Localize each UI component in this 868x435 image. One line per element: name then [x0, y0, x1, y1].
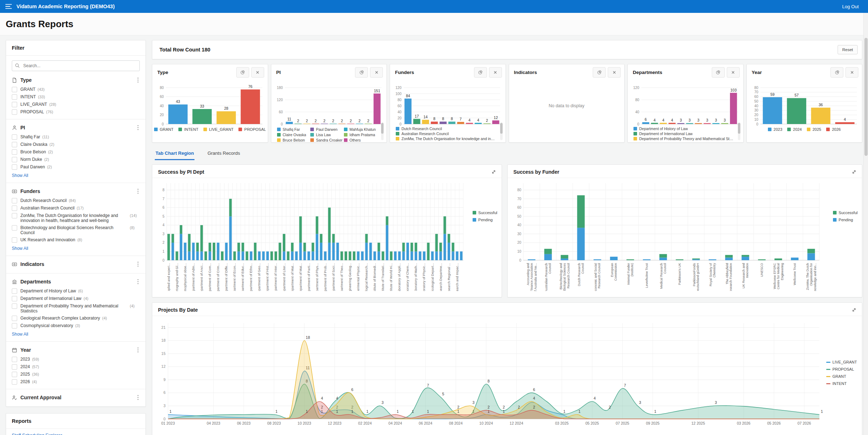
- checkbox[interactable]: [12, 296, 17, 301]
- pending-bar[interactable]: [452, 251, 454, 260]
- successful-bar[interactable]: [758, 259, 765, 260]
- bar[interactable]: [811, 108, 830, 124]
- checkbox[interactable]: [12, 94, 17, 100]
- close-button[interactable]: [608, 67, 621, 78]
- pending-bar[interactable]: [398, 251, 401, 260]
- pending-bar[interactable]: [316, 234, 318, 260]
- pending-bar[interactable]: [200, 251, 203, 260]
- bar[interactable]: [660, 123, 667, 124]
- successful-bar[interactable]: [365, 234, 368, 243]
- successful-bar[interactable]: [208, 243, 211, 252]
- pending-bar[interactable]: [242, 251, 244, 260]
- legend-item[interactable]: 2023: [768, 127, 782, 132]
- checkbox[interactable]: [12, 364, 17, 370]
- successful-bar[interactable]: [448, 234, 450, 243]
- facet-menu-icon[interactable]: [136, 279, 140, 285]
- bar[interactable]: [321, 124, 328, 124]
- bar[interactable]: [466, 123, 473, 124]
- pending-bar[interactable]: [692, 259, 700, 260]
- pending-bar[interactable]: [448, 243, 450, 260]
- successful-bar[interactable]: [221, 251, 223, 260]
- facet-option[interactable]: Cosmophysical observatory(3): [12, 323, 140, 328]
- pending-bar[interactable]: [237, 251, 240, 260]
- checkbox[interactable]: [12, 102, 17, 107]
- successful-bar[interactable]: [725, 255, 733, 257]
- pending-bar[interactable]: [283, 251, 285, 260]
- close-button[interactable]: [727, 67, 740, 78]
- pending-bar[interactable]: [225, 243, 228, 260]
- successful-bar[interactable]: [378, 243, 380, 252]
- legend-item[interactable]: 2024: [787, 127, 802, 132]
- checkbox[interactable]: [12, 198, 17, 203]
- bar[interactable]: [413, 119, 420, 124]
- successful-bar[interactable]: [349, 251, 351, 260]
- pending-bar[interactable]: [659, 258, 667, 260]
- checkbox[interactable]: [12, 372, 17, 377]
- legend-item[interactable]: PROPOSAL: [238, 127, 266, 132]
- facet-option[interactable]: Biotechnology and Biological Sciences Re…: [12, 225, 140, 235]
- facet-option[interactable]: 2026(4): [12, 379, 140, 385]
- bar[interactable]: [217, 111, 236, 124]
- show-all-link[interactable]: Show All: [12, 173, 28, 178]
- pending-bar[interactable]: [291, 251, 294, 260]
- bar[interactable]: [440, 122, 447, 124]
- successful-bar[interactable]: [390, 251, 393, 260]
- bar[interactable]: [193, 109, 212, 124]
- pending-bar[interactable]: [374, 251, 376, 260]
- bar[interactable]: [730, 93, 737, 124]
- pending-bar[interactable]: [188, 251, 191, 260]
- pending-bar[interactable]: [593, 259, 601, 260]
- successful-bar[interactable]: [577, 195, 585, 228]
- pending-bar[interactable]: [250, 251, 252, 260]
- facet-option[interactable]: ZonMw, The Dutch Organisation for knowle…: [12, 213, 140, 223]
- pending-bar[interactable]: [791, 258, 798, 260]
- pending-bar[interactable]: [172, 243, 174, 260]
- facet-option[interactable]: Geological Research Complex Laboratory(4…: [12, 316, 140, 321]
- facet-option[interactable]: Australian Research Council(17): [12, 206, 140, 211]
- bar[interactable]: [457, 122, 464, 124]
- pending-bar[interactable]: [217, 243, 220, 260]
- checkbox[interactable]: [12, 323, 17, 328]
- close-button[interactable]: [251, 67, 264, 78]
- successful-bar[interactable]: [382, 251, 384, 260]
- pending-bar[interactable]: [208, 251, 211, 260]
- successful-bar[interactable]: [452, 243, 454, 252]
- successful-bar[interactable]: [544, 249, 552, 254]
- successful-bar[interactable]: [659, 254, 667, 258]
- successful-bar[interactable]: [386, 216, 388, 225]
- legend-item[interactable]: Department of Probability Theory and Mat…: [633, 137, 734, 141]
- pending-bar[interactable]: [807, 253, 815, 260]
- successful-bar[interactable]: [254, 243, 256, 260]
- facet-option[interactable]: Shafiq Far(11): [12, 134, 140, 140]
- bar[interactable]: [168, 104, 188, 124]
- facet-option[interactable]: PROPOSAL(76): [12, 109, 140, 115]
- show-all-link[interactable]: Show All: [12, 246, 28, 251]
- successful-bar[interactable]: [299, 216, 302, 243]
- pending-bar[interactable]: [709, 259, 716, 260]
- legend-item[interactable]: LIVE_GRANT: [203, 127, 233, 132]
- successful-bar[interactable]: [345, 251, 347, 260]
- checkbox[interactable]: [12, 316, 17, 321]
- successful-bar[interactable]: [229, 199, 232, 216]
- legend-item[interactable]: Others: [344, 137, 378, 143]
- pending-bar[interactable]: [456, 251, 458, 260]
- successful-bar[interactable]: [626, 259, 634, 260]
- pending-bar[interactable]: [394, 251, 396, 260]
- checkbox[interactable]: [12, 237, 17, 243]
- tab-chart-region[interactable]: Tab Chart Region: [155, 148, 194, 160]
- checkbox[interactable]: [12, 87, 17, 92]
- pending-bar[interactable]: [423, 251, 425, 260]
- bar[interactable]: [492, 120, 499, 124]
- bar[interactable]: [448, 122, 455, 124]
- pending-bar[interactable]: [324, 251, 326, 260]
- checkbox[interactable]: [12, 157, 17, 162]
- successful-bar[interactable]: [439, 243, 442, 252]
- pending-bar[interactable]: [439, 251, 442, 260]
- checkbox[interactable]: [12, 142, 17, 147]
- successful-bar[interactable]: [176, 251, 178, 260]
- facet-option[interactable]: INTENT(33): [12, 94, 140, 100]
- pending-bar[interactable]: [415, 251, 417, 260]
- legend-scrollbar-thumb[interactable]: [738, 123, 740, 134]
- successful-bar[interactable]: [807, 249, 815, 253]
- pending-bar[interactable]: [725, 258, 733, 260]
